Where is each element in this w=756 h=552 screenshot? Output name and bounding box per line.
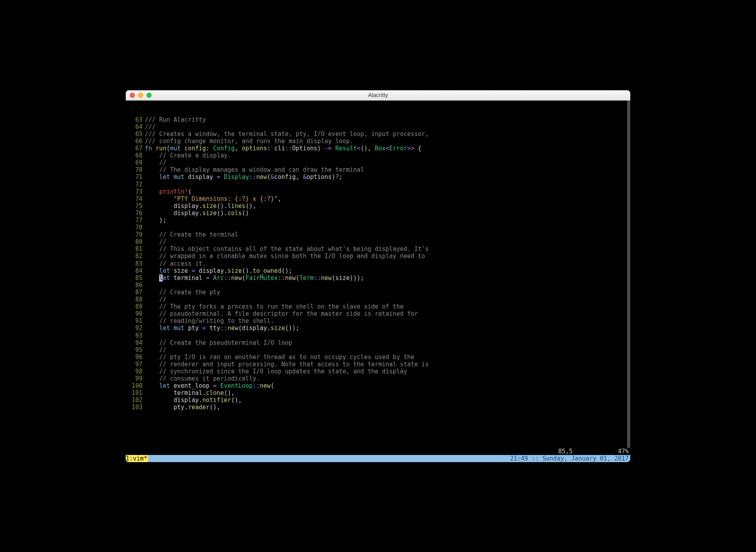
code-text[interactable]: // This object contains all of the state… — [145, 245, 630, 253]
code-line[interactable]: 79 // Create the terminal — [126, 231, 630, 238]
code-line[interactable]: 94 // Create the pseudoterminal I/O loop — [126, 339, 630, 346]
code-line[interactable]: 90 // pseudoterminal. A file descriptor … — [126, 310, 630, 317]
code-line[interactable]: 101 terminal.clone(), — [126, 389, 630, 397]
code-text[interactable]: // — [145, 346, 630, 354]
titlebar[interactable]: Alacritty — [126, 90, 630, 101]
code-text[interactable]: /// Run Alacritty — [145, 116, 630, 123]
code-line[interactable]: 78 — [126, 224, 630, 231]
code-text[interactable]: display.size().lines(), — [145, 202, 630, 210]
zoom-button[interactable] — [146, 93, 152, 98]
code-line[interactable]: 72 — [126, 181, 630, 188]
code-line[interactable]: 68 // Create a display. — [126, 152, 630, 159]
code-text[interactable]: let mut display = Display::new(&config, … — [145, 173, 630, 181]
code-line[interactable]: 88 // — [126, 296, 630, 303]
code-text[interactable]: // The display manages a window and can … — [145, 166, 630, 173]
code-text[interactable]: terminal.clone(), — [145, 389, 630, 397]
code-text[interactable]: fn run(mut config: Config, options: cli:… — [145, 145, 630, 152]
code-line[interactable]: 93 — [126, 332, 630, 339]
code-text[interactable]: // Create the terminal — [145, 231, 630, 238]
code-text[interactable]: pty.reader(), — [145, 404, 630, 411]
code-line[interactable]: 82 // wrapped in a clonable mutex since … — [126, 253, 630, 260]
code-text[interactable]: let terminal = Arc::new(FairMutex::new(T… — [145, 274, 630, 282]
code-line[interactable]: 65/// Creates a window, the terminal sta… — [126, 130, 630, 138]
code-line[interactable]: 91 // reading/writing to the shell. — [126, 317, 630, 325]
code-text[interactable]: // — [145, 296, 630, 303]
code-text[interactable]: /// config change monitor, and runs the … — [145, 138, 630, 145]
code-line[interactable]: 74 "PTY Dimensions: {:?} x {:?}", — [126, 195, 630, 202]
code-line[interactable]: 66/// config change monitor, and runs th… — [126, 138, 630, 145]
code-line[interactable]: 69 // — [126, 159, 630, 166]
code-line[interactable]: 83 // access it. — [126, 260, 630, 267]
code-text[interactable] — [145, 181, 630, 188]
line-number: 77 — [126, 217, 142, 224]
code-line[interactable]: 73 println!( — [126, 188, 630, 195]
code-line[interactable]: 99 // consumes it periodically. — [126, 375, 630, 382]
code-line[interactable]: 97 // renderer and input processing. Not… — [126, 361, 630, 368]
line-number: 83 — [126, 260, 142, 267]
code-line[interactable]: 92 let mut pty = tty::new(display.size()… — [126, 325, 630, 332]
code-text[interactable] — [145, 282, 630, 289]
code-line[interactable]: 67fn run(mut config: Config, options: cl… — [126, 145, 630, 152]
code-line[interactable]: 98 // synchronized since the I/O loop up… — [126, 368, 630, 375]
code-line[interactable]: 100 let event_loop = EventLoop::new( — [126, 382, 630, 389]
code-text[interactable]: // renderer and input processing. Note t… — [145, 361, 630, 368]
code-text[interactable]: let size = display.size().to_owned(); — [145, 267, 630, 274]
code-text[interactable]: // Create the pseudoterminal I/O loop — [145, 339, 630, 346]
code-line[interactable]: 75 display.size().lines(), — [126, 202, 630, 210]
code-text[interactable]: // consumes it periodically. — [145, 375, 630, 382]
code-text[interactable]: display.notifier(), — [145, 397, 630, 404]
code-line[interactable]: 87 // Create the pty — [126, 289, 630, 296]
code-text[interactable]: /// — [145, 123, 630, 130]
line-number: 76 — [126, 210, 142, 217]
code-text[interactable]: // — [145, 238, 630, 245]
code-text[interactable]: // Create a display. — [145, 152, 630, 159]
code-text[interactable]: // synchronized since the I/O loop updat… — [145, 368, 630, 375]
terminal[interactable]: 63/// Run Alacritty64///65/// Creates a … — [126, 101, 630, 462]
line-number: 80 — [126, 238, 142, 245]
code-text[interactable]: // access it. — [145, 260, 630, 267]
code-text[interactable]: // Create the pty — [145, 289, 630, 296]
code-text[interactable]: // reading/writing to the shell. — [145, 317, 630, 325]
code-text[interactable] — [145, 224, 630, 231]
code-text[interactable]: // — [145, 159, 630, 166]
close-button[interactable] — [130, 93, 135, 98]
code-line[interactable]: 71 let mut display = Display::new(&confi… — [126, 173, 630, 181]
code-line[interactable]: 95 // — [126, 346, 630, 354]
code-text[interactable]: let mut pty = tty::new(display.size()); — [145, 325, 630, 332]
code-line[interactable]: 76 display.size().cols() — [126, 210, 630, 217]
code-line[interactable]: 96 // pty I/O is ran on another thread a… — [126, 354, 630, 361]
code-line[interactable]: 81 // This object contains all of the st… — [126, 245, 630, 253]
code-line[interactable]: 84 let size = display.size().to_owned(); — [126, 267, 630, 274]
code-line[interactable]: 70 // The display manages a window and c… — [126, 166, 630, 173]
code-text[interactable] — [145, 332, 630, 339]
code-line[interactable]: 63/// Run Alacritty — [126, 116, 630, 123]
window-frame: Alacritty 63/// Run Alacritty64///65/// … — [126, 90, 630, 462]
scrollbar[interactable] — [627, 101, 630, 448]
code-text[interactable]: // pseudoterminal. A file descriptor for… — [145, 310, 630, 317]
line-number: 90 — [126, 310, 142, 317]
code-text[interactable]: // The pty forks a process to run the sh… — [145, 303, 630, 310]
code-text[interactable]: // wrapped in a clonable mutex since bot… — [145, 253, 630, 260]
code-text[interactable]: /// Creates a window, the terminal state… — [145, 130, 630, 138]
line-number: 64 — [126, 123, 142, 130]
code-line[interactable]: 86 — [126, 282, 630, 289]
code-line[interactable]: 103 pty.reader(), — [126, 404, 630, 411]
code-line[interactable]: 80 // — [126, 238, 630, 245]
code-text[interactable]: // pty I/O is ran on another thread as t… — [145, 354, 630, 361]
line-number: 95 — [126, 346, 142, 354]
code-text[interactable]: ); — [145, 217, 630, 224]
code-line[interactable]: 102 display.notifier(), — [126, 397, 630, 404]
minimize-button[interactable] — [138, 93, 143, 98]
code-text[interactable]: "PTY Dimensions: {:?} x {:?}", — [145, 195, 630, 202]
code-line[interactable]: 64/// — [126, 123, 630, 130]
code-line[interactable]: 77 ); — [126, 217, 630, 224]
editor-viewport[interactable]: 63/// Run Alacritty64///65/// Creates a … — [126, 101, 630, 448]
code-text[interactable]: println!( — [145, 188, 630, 195]
line-number: 84 — [126, 267, 142, 274]
line-number: 102 — [126, 397, 142, 404]
code-line[interactable]: 85 let terminal = Arc::new(FairMutex::ne… — [126, 274, 630, 282]
code-text[interactable]: display.size().cols() — [145, 210, 630, 217]
code-line[interactable]: 89 // The pty forks a process to run the… — [126, 303, 630, 310]
code-text[interactable]: let event_loop = EventLoop::new( — [145, 382, 630, 389]
tmux-window-label[interactable]: 1:vim* — [126, 455, 148, 462]
